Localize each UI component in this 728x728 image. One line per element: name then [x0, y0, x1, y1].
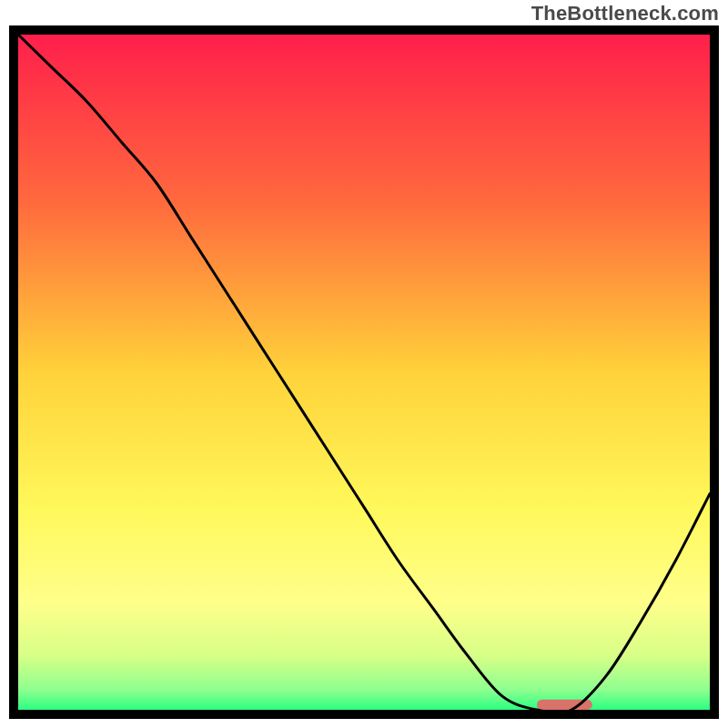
- watermark-text: TheBottleneck.com: [531, 2, 719, 25]
- background-gradient: [18, 35, 710, 710]
- chart-container: TheBottleneck.com: [0, 0, 728, 728]
- bottleneck-chart: [0, 0, 728, 728]
